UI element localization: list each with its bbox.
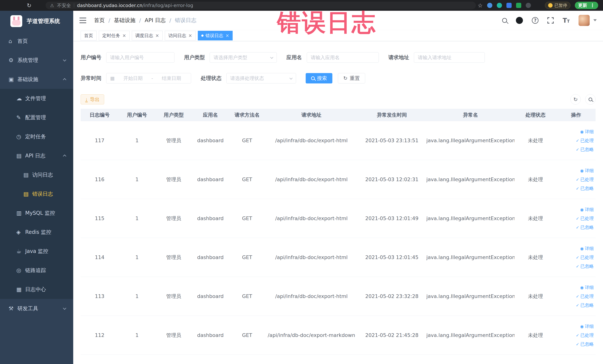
actions-cell: 详细已处理已忽略: [557, 207, 596, 230]
action-link[interactable]: 已忽略: [576, 186, 594, 191]
export-button[interactable]: 导出: [81, 94, 104, 104]
browser-home-icon[interactable]: [35, 1, 44, 10]
breadcrumb-item[interactable]: API 日志: [145, 17, 166, 24]
action-link[interactable]: 已忽略: [576, 341, 594, 347]
table-cell: dashboard: [192, 176, 229, 182]
request-url-input[interactable]: [414, 52, 485, 63]
action-link[interactable]: 已处理: [576, 215, 594, 221]
sidebar-toggle-icon[interactable]: [80, 18, 86, 23]
app-logo[interactable]: 芋道管理系统: [0, 11, 73, 32]
table-cell: /api/infra/db-doc/export-html: [266, 138, 357, 143]
extension-icon[interactable]: [535, 3, 541, 8]
action-label: 详细: [585, 323, 594, 329]
sidebar-item[interactable]: MySQL 监控: [0, 203, 73, 223]
close-icon[interactable]: ×: [225, 33, 229, 38]
action-label: 已处理: [580, 293, 594, 299]
user-type-select[interactable]: 请选择用户类型: [210, 52, 277, 63]
action-link[interactable]: 已忽略: [576, 146, 594, 153]
process-status-select[interactable]: 请选择处理状态: [226, 73, 296, 83]
close-icon[interactable]: ×: [155, 33, 159, 38]
sidebar-item[interactable]: 文件管理: [0, 89, 73, 108]
detail-link[interactable]: 详细: [580, 129, 594, 135]
sidebar-item[interactable]: Redis 监控: [0, 223, 73, 242]
extension-icon[interactable]: [497, 3, 502, 8]
reload-icon[interactable]: [25, 1, 33, 10]
column-header: 用户类型: [155, 112, 192, 118]
help-icon[interactable]: ?: [532, 17, 538, 24]
tab-label: 访问日志: [168, 33, 186, 39]
column-header: 用户编号: [119, 112, 155, 118]
profile-paused-badge[interactable]: 已暂停: [545, 2, 570, 9]
url-path: /infra/log/api-error-log: [142, 3, 193, 8]
action-link[interactable]: 已忽略: [576, 302, 594, 308]
table-cell: 1: [119, 138, 155, 143]
table-cell: 1: [119, 215, 155, 221]
error-log-icon: [23, 191, 32, 197]
app-name-input[interactable]: [307, 52, 379, 63]
detail-link[interactable]: 详细: [580, 207, 594, 212]
back-icon[interactable]: [4, 1, 13, 10]
browser-update-button[interactable]: 更新: [575, 2, 598, 9]
fullscreen-icon[interactable]: [547, 17, 554, 23]
sidebar-item[interactable]: 访问日志: [0, 165, 73, 184]
forward-icon[interactable]: [14, 1, 23, 10]
detail-link[interactable]: 详细: [580, 284, 594, 290]
breadcrumb-item[interactable]: 首页: [94, 17, 105, 24]
tab-item[interactable]: 定时任务×: [99, 31, 129, 40]
sidebar-item[interactable]: 日志中心: [0, 280, 73, 299]
action-link[interactable]: 已处理: [576, 332, 594, 338]
extension-icon[interactable]: [506, 3, 512, 8]
action-link[interactable]: 已处理: [576, 138, 594, 143]
action-link[interactable]: 已处理: [576, 176, 594, 182]
star-icon[interactable]: [478, 2, 483, 9]
reset-button[interactable]: 重置: [338, 73, 365, 83]
action-link[interactable]: 已处理: [576, 254, 594, 260]
tab-item[interactable]: 访问日志×: [165, 31, 196, 40]
close-icon[interactable]: ×: [122, 33, 126, 38]
sidebar-item[interactable]: 错误日志: [0, 184, 73, 203]
user-id-input[interactable]: [106, 52, 174, 63]
sidebar-item-label: Java 监控: [25, 248, 48, 255]
refresh-button[interactable]: [570, 94, 581, 105]
tab-active[interactable]: 错误日志×: [198, 31, 233, 40]
table-cell: GET: [229, 215, 266, 221]
search-button[interactable]: 搜索: [306, 73, 332, 83]
sidebar-item[interactable]: 研发工具: [0, 299, 73, 318]
detail-link[interactable]: 详细: [580, 168, 594, 174]
font-size-icon[interactable]: [563, 17, 570, 24]
date-range-picker[interactable]: 开始日期 - 结束日期: [106, 73, 191, 83]
update-kebab-icon[interactable]: [590, 3, 595, 8]
sidebar-item[interactable]: 基础设施: [0, 70, 73, 89]
extension-icon[interactable]: [526, 3, 531, 8]
table-cell: 2021-05-02 21:45:28: [357, 332, 426, 338]
avatar-caret-icon[interactable]: [593, 19, 597, 21]
action-label: 已忽略: [580, 341, 594, 347]
avatar[interactable]: [579, 15, 590, 26]
sidebar-item[interactable]: 链路追踪: [0, 261, 73, 280]
tab-item[interactable]: 首页: [81, 31, 97, 40]
sidebar-item[interactable]: 配置管理: [0, 108, 73, 127]
breadcrumb-item[interactable]: 基础设施: [114, 17, 136, 24]
github-icon[interactable]: [516, 17, 523, 24]
refresh-icon: [573, 96, 578, 103]
close-icon[interactable]: ×: [188, 33, 192, 38]
tab-item[interactable]: 调度日志×: [132, 31, 162, 40]
sidebar-item[interactable]: Java 监控: [0, 242, 73, 261]
action-link[interactable]: 已忽略: [576, 263, 594, 269]
check-icon: [576, 147, 579, 152]
action-label: 已处理: [580, 176, 594, 182]
search-icon[interactable]: [502, 18, 507, 23]
detail-link[interactable]: 详细: [580, 246, 594, 251]
sidebar-item[interactable]: 系统管理: [0, 51, 73, 70]
extension-icon[interactable]: [487, 3, 492, 8]
sidebar-item[interactable]: 首页: [0, 32, 73, 51]
action-link[interactable]: 已忽略: [576, 224, 594, 230]
action-link[interactable]: 已处理: [576, 293, 594, 299]
sidebar-item[interactable]: API 日志: [0, 146, 73, 165]
search-toggle-button[interactable]: [585, 94, 596, 105]
sidebar-item[interactable]: 定时任务: [0, 127, 73, 146]
extension-icon[interactable]: [516, 3, 521, 8]
address-bar[interactable]: 不安全 dashboard.yudao.iocoder.cn/infra/log…: [46, 2, 476, 9]
action-label: 已忽略: [580, 263, 594, 269]
detail-link[interactable]: 详细: [580, 323, 594, 329]
